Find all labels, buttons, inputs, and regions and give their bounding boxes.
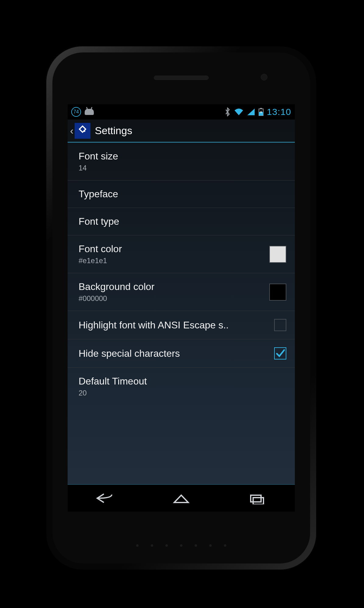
svg-rect-1 (260, 108, 262, 109)
setting-title: Hide special characters (79, 348, 268, 359)
setting-title: Highlight font with ANSI Escape s.. (79, 320, 268, 331)
setting-title: Font color (79, 243, 263, 255)
setting-title: Typeface (79, 188, 286, 200)
phone-inner: 74 (52, 52, 310, 563)
svg-rect-7 (253, 498, 263, 504)
svg-point-5 (84, 130, 85, 132)
status-bar: 74 (68, 104, 295, 120)
setting-row-typeface[interactable]: Typeface (68, 181, 295, 208)
nav-home-button[interactable] (169, 491, 193, 505)
back-caret-icon[interactable]: ‹ (69, 125, 75, 137)
svg-rect-6 (251, 495, 261, 502)
nav-recent-button[interactable] (245, 491, 269, 505)
checkbox[interactable] (274, 319, 286, 331)
status-clock: 13:10 (267, 107, 291, 117)
system-nav-bar (68, 484, 295, 512)
setting-row-ansi-highlight[interactable]: Highlight font with ANSI Escape s.. (68, 311, 295, 339)
battery-saver-badge-icon: 74 (71, 107, 81, 117)
status-bar-left: 74 (71, 107, 94, 117)
setting-title: Background color (79, 281, 263, 292)
front-camera (261, 74, 267, 80)
battery-charging-icon (258, 108, 264, 116)
color-swatch (269, 246, 286, 263)
cell-signal-icon (247, 108, 255, 116)
setting-subtitle: #000000 (79, 294, 263, 303)
action-bar-title: Settings (95, 125, 132, 137)
checkbox-checked[interactable] (274, 347, 286, 359)
setting-subtitle: 20 (79, 389, 286, 397)
settings-list[interactable]: Font size 14 Typeface Font type (68, 143, 295, 484)
setting-title: Font size (79, 151, 286, 162)
status-bar-right: 13:10 (224, 107, 291, 117)
setting-row-font-color[interactable]: Font color #e1e1e1 (68, 235, 295, 273)
setting-title: Default Timeout (79, 376, 286, 387)
wifi-icon (234, 108, 244, 116)
phone-chin-dots (136, 544, 226, 547)
setting-row-font-size[interactable]: Font size 14 (68, 143, 295, 181)
setting-row-hide-special[interactable]: Hide special characters (68, 339, 295, 368)
app-icon[interactable] (75, 123, 90, 139)
action-bar: ‹ Settings (68, 120, 295, 143)
color-swatch (269, 284, 286, 301)
nav-back-button[interactable] (93, 491, 118, 505)
bluetooth-icon (224, 107, 231, 116)
android-debug-icon (85, 109, 94, 115)
setting-title: Font type (79, 216, 286, 227)
phone-frame: 74 (46, 46, 317, 570)
setting-row-background-color[interactable]: Background color #000000 (68, 273, 295, 311)
device-screen: 74 (68, 104, 295, 512)
setting-subtitle: #e1e1e1 (79, 256, 263, 265)
setting-subtitle: 14 (79, 164, 286, 172)
setting-row-font-type[interactable]: Font type (68, 208, 295, 235)
setting-row-default-timeout[interactable]: Default Timeout 20 (68, 368, 295, 405)
earpiece (154, 76, 209, 80)
